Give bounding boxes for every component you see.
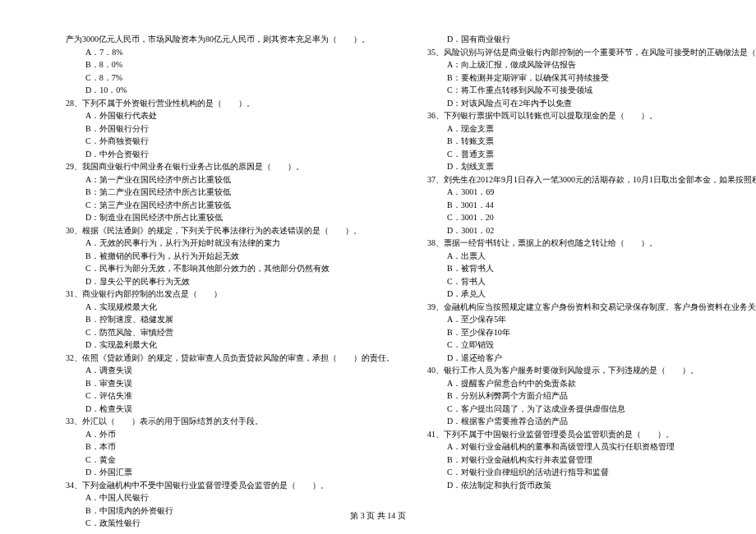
question-option: D．承兑人 — [427, 288, 756, 301]
question-option: C：第三产业在国民经济中所占比重较低 — [66, 199, 394, 212]
question-option: A．中国人民银行 — [66, 491, 394, 504]
question-option: D．根据客户需要推荐合适的产品 — [427, 415, 756, 428]
question-option: D．实现盈利最大化 — [66, 338, 394, 352]
question-stem: 34、下列金融机构中不受中国银行业监督管理委员会监管的是（ ）。 — [66, 479, 394, 492]
question-option: D．检查失误 — [66, 403, 394, 416]
question-stem: 28、下列不属于外资银行营业性机构的是（ ）。 — [66, 97, 394, 110]
question-option: A．至少保存5年 — [427, 313, 756, 326]
question-option: A．出票人 — [427, 250, 756, 263]
question-stem: 29、我国商业银行中间业务在银行业务占比低的原因是（ ）。 — [66, 160, 394, 173]
intro-continuation: 产为3000亿元人民币，市场风险资本为80亿元人民币，则其资本充足率为（ ）。 — [66, 33, 394, 46]
question-stem: 41、下列不属于中国银行业监督管理委员会监管职责的是（ ）。 — [427, 428, 756, 441]
question-option: A．无效的民事行为，从行为开始时就没有法律的束力 — [66, 237, 394, 250]
question-option: B：第二产业在国民经济中所占比重较低 — [66, 186, 394, 199]
question-option: C．民事行为部分无效，不影响其他部分效力的，其他部分仍然有效 — [66, 262, 394, 275]
question-option: D．3001．02 — [427, 224, 756, 237]
question-option: C．对银行业自律组织的活动进行指导和监督 — [427, 466, 756, 479]
question-option: A．提醒客户留意合约中的免责条款 — [427, 377, 756, 390]
question-option: A．外币 — [66, 428, 394, 441]
intro-opt: D．10．0% — [66, 84, 394, 97]
question-option: A：第一产业在国民经济中所占比重较低 — [66, 173, 394, 186]
question-option: A．实现规模最大化 — [66, 301, 394, 314]
question-option: B．审查失误 — [66, 377, 394, 390]
question-stem: 31、商业银行内部控制的出发点是（ ） — [66, 288, 394, 301]
question-option: B．控制速度、稳健发展 — [66, 313, 394, 326]
question-stem: 32、依照《贷款通则》的规定，贷款审查人员负责贷款风险的审查，承担（ ）的责任。 — [66, 352, 394, 365]
page-columns: 产为3000亿元人民币，市场风险资本为80亿元人民币，则其资本充足率为（ ）。 … — [66, 33, 690, 530]
left-column: 产为3000亿元人民币，市场风险资本为80亿元人民币，则其资本充足率为（ ）。 … — [66, 33, 394, 530]
question-option: C．背书人 — [427, 275, 756, 288]
question-option: A．现金支票 — [427, 122, 756, 136]
question-option: D．退还给客户 — [427, 352, 756, 365]
question-option: B．被撤销的民事行为，从行为开始起无效 — [66, 250, 394, 263]
question-option: B．被背书人 — [427, 262, 756, 275]
continued-opt: D．国有商业银行 — [427, 33, 756, 46]
question-option: B．至少保存10年 — [427, 326, 756, 339]
question-option: C．评估失准 — [66, 389, 394, 403]
question-option: A．外国银行代表处 — [66, 109, 394, 122]
question-option: B．外国银行分行 — [66, 122, 394, 136]
question-option: C：将工作重点转移到风险不可接受领域 — [427, 84, 756, 97]
question-option: C．客户提出问题了，为了达成业务提供虚假信息 — [427, 403, 756, 416]
question-stem: 30、根据《民法通则》的规定，下列关于民事法律行为的表述错误的是（ ）。 — [66, 224, 394, 237]
question-option: C．立即销毁 — [427, 338, 756, 352]
question-option: B．3001．44 — [427, 199, 756, 212]
question-stem: 36、下列银行票据中既可以转账也可以提取现金的是（ ）。 — [427, 109, 756, 122]
question-option: A．3001．69 — [427, 186, 756, 199]
question-option: B．分别从利弊两个方面介绍产品 — [427, 389, 756, 403]
intro-opt: B．8．0% — [66, 58, 394, 71]
question-option: A：向上级汇报，做成风险评估报告 — [427, 58, 756, 71]
question-option: D：制造业在国民经济中所占比重较低 — [66, 211, 394, 224]
question-option: D．中外合资银行 — [66, 148, 394, 161]
question-stem: 37、刘先生在2012年9月1日存入一笔3000元的活期存款，10月1日取出全部… — [427, 173, 756, 186]
question-option: D．外国汇票 — [66, 466, 394, 479]
question-option: D：对该风险点可在2年内予以免查 — [427, 97, 756, 110]
question-option: C．3001．20 — [427, 211, 756, 224]
question-stem: 39、金融机构应当按照规定建立客户身份资料和交易记录保存制度。客户身份资料在业务… — [427, 301, 756, 314]
intro-opt: A．7．8% — [66, 46, 394, 59]
question-stem: 38、票据一经背书转让，票据上的权利也随之转让给（ ）。 — [427, 237, 756, 250]
question-option: B：要检测并定期评审，以确保其可持续接受 — [427, 71, 756, 85]
question-option: B．本币 — [66, 440, 394, 453]
question-option: C．防范风险、审慎经营 — [66, 326, 394, 339]
question-option: C．普通支票 — [427, 148, 756, 161]
question-option: A．对银行业金融机构的董事和高级管理人员实行任职资格管理 — [427, 440, 756, 453]
question-option: A．调查失误 — [66, 364, 394, 377]
question-stem: 35、风险识别与评估是商业银行内部控制的一个重要环节，在风险可接受时的正确做法是… — [427, 46, 756, 59]
right-column: D．国有商业银行 35、风险识别与评估是商业银行内部控制的一个重要环节，在风险可… — [427, 33, 756, 530]
question-option: B．对银行业金融机构实行并表监督管理 — [427, 453, 756, 467]
question-option: B．转账支票 — [427, 135, 756, 148]
question-option: D．显失公平的民事行为无效 — [66, 275, 394, 288]
question-option: D．划线支票 — [427, 160, 756, 173]
page-footer: 第 3 页 共 14 页 — [0, 510, 756, 522]
question-stem: 33、外汇以（ ）表示的用于国际结算的支付手段。 — [66, 415, 394, 428]
question-option: C．外商独资银行 — [66, 135, 394, 148]
question-option: C．黄金 — [66, 453, 394, 467]
question-stem: 40、银行工作人员为客户服务时要做到风险提示，下列违规的是（ ）。 — [427, 364, 756, 377]
intro-opt: C．8．7% — [66, 71, 394, 85]
question-option: D．依法制定和执行货币政策 — [427, 479, 756, 492]
